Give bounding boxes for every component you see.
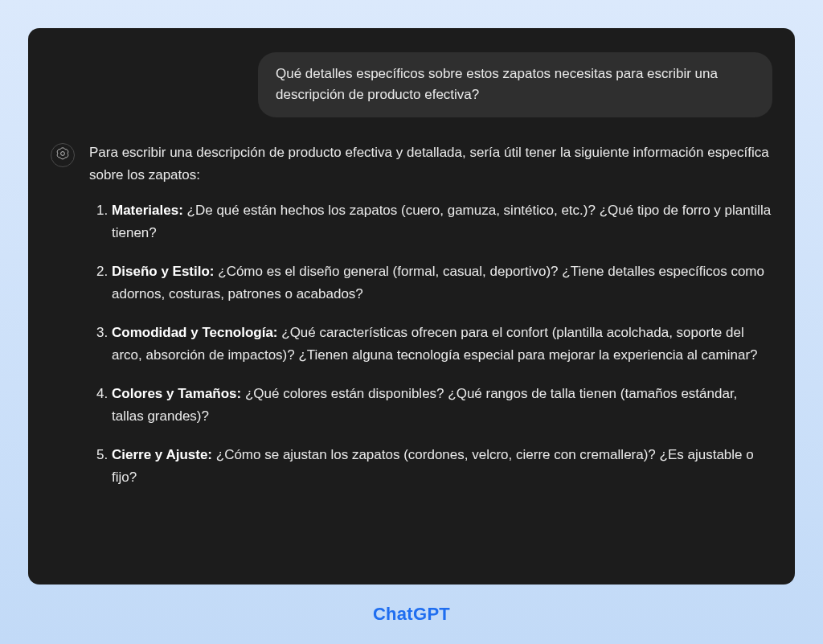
list-item: Colores y Tamaños: ¿Qué colores están di… [112, 383, 772, 428]
list-item: Cierre y Ajuste: ¿Cómo se ajustan los za… [112, 444, 772, 489]
svg-point-0 [61, 151, 65, 155]
footer-app-label: ChatGPT [28, 604, 795, 625]
assistant-avatar [51, 143, 75, 167]
list-item-label: Cierre y Ajuste: [112, 447, 212, 462]
list-item-text: ¿De qué están hechos los zapatos (cuero,… [112, 203, 771, 240]
list-item: Diseño y Estilo: ¿Cómo es el diseño gene… [112, 260, 772, 306]
list-item: Comodidad y Tecnología: ¿Qué característ… [112, 322, 772, 367]
list-item: Materiales: ¿De qué están hechos los zap… [112, 199, 772, 244]
list-item-label: Diseño y Estilo: [112, 264, 215, 279]
list-item-label: Comodidad y Tecnología: [112, 325, 278, 340]
assistant-message-row: Para escribir una descripción de product… [51, 142, 772, 506]
user-message-text: Qué detalles específicos sobre estos zap… [276, 66, 718, 102]
list-item-label: Materiales: [112, 203, 183, 218]
assistant-info-list: Materiales: ¿De qué están hechos los zap… [89, 199, 772, 489]
chat-window: Qué detalles específicos sobre estos zap… [28, 28, 795, 585]
assistant-intro-text: Para escribir una descripción de product… [89, 142, 772, 187]
user-message-row: Qué detalles específicos sobre estos zap… [51, 52, 772, 117]
list-item-label: Colores y Tamaños: [112, 386, 241, 401]
user-message-bubble[interactable]: Qué detalles específicos sobre estos zap… [258, 52, 772, 117]
assistant-message-body: Para escribir una descripción de product… [89, 142, 772, 506]
openai-logo-icon [55, 146, 70, 164]
